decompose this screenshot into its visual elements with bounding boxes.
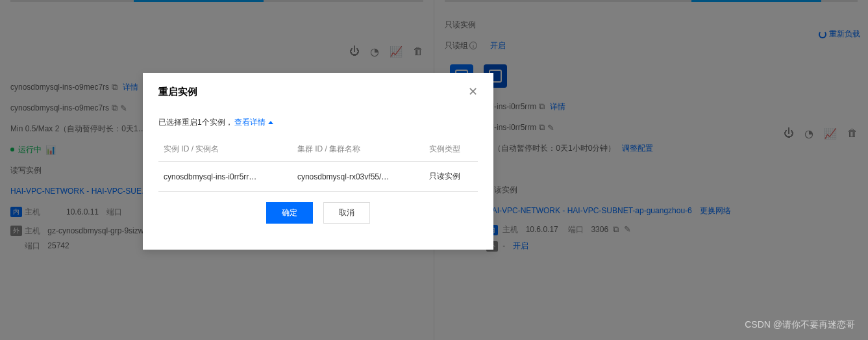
- confirm-button[interactable]: 确定: [266, 202, 313, 224]
- modal-title: 重启实例: [158, 86, 197, 98]
- modal-subtitle: 已选择重启1个实例，: [158, 118, 233, 127]
- th-instance: 实例 ID / 实例名: [158, 137, 292, 162]
- caret-up-icon: [268, 121, 273, 124]
- view-detail-link[interactable]: 查看详情: [234, 118, 266, 127]
- th-type: 实例类型: [424, 137, 478, 162]
- th-cluster: 集群 ID / 集群名称: [292, 137, 424, 162]
- td-type: 只读实例: [424, 162, 478, 192]
- td-cluster: cynosdbmysql-rx03vf55/…: [292, 162, 424, 192]
- table-row: cynosdbmysql-ins-i0rr5rr… cynosdbmysql-r…: [158, 162, 478, 192]
- watermark: CSDN @请你不要再迷恋哥: [745, 319, 855, 331]
- restart-modal: 重启实例 ✕ 已选择重启1个实例，查看详情 实例 ID / 实例名 集群 ID …: [143, 73, 493, 250]
- instance-table: 实例 ID / 实例名 集群 ID / 集群名称 实例类型 cynosdbmys…: [158, 137, 478, 192]
- close-icon[interactable]: ✕: [468, 85, 478, 99]
- td-instance: cynosdbmysql-ins-i0rr5rr…: [158, 162, 292, 192]
- cancel-button[interactable]: 取消: [323, 202, 370, 224]
